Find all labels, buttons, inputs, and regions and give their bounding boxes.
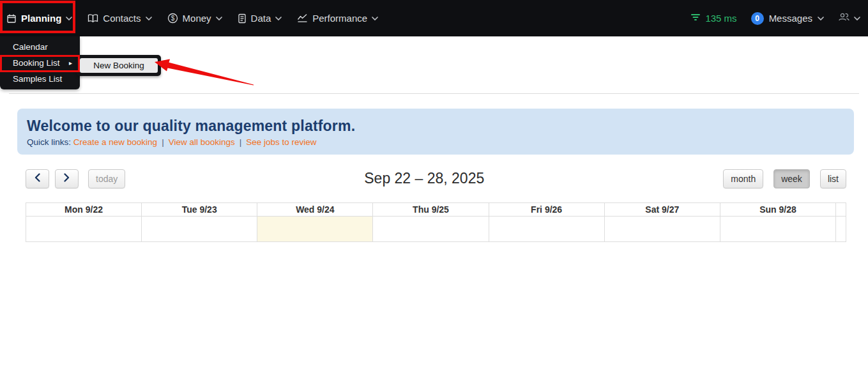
dollar-circle-icon: $ (167, 13, 178, 24)
nav-item-label: Data (251, 13, 271, 24)
day-cell[interactable] (489, 216, 604, 241)
top-navigation-bar: Planning Contacts $ (0, 0, 868, 36)
welcome-banner: Welcome to our quality management platfo… (17, 109, 854, 155)
day-header-row: Mon 9/22 Tue 9/23 Wed 9/24 Thu 9/25 Fri … (26, 202, 846, 216)
view-button-list[interactable]: list (820, 169, 846, 188)
link-separator: | (240, 137, 242, 147)
day-cell[interactable] (720, 216, 835, 241)
day-cell[interactable] (26, 216, 142, 241)
menu-item-new-booking[interactable]: New Booking (80, 58, 158, 73)
menu-item-booking-list[interactable]: Booking List ▸ (0, 55, 80, 71)
banner-title: Welcome to our quality management platfo… (27, 117, 844, 135)
signal-icon (690, 13, 701, 24)
chevron-down-icon (66, 17, 72, 20)
next-button[interactable] (55, 169, 79, 188)
day-header: Thu 9/25 (373, 202, 489, 216)
scroll-gutter (836, 216, 846, 241)
nav-item-label: Performance (312, 13, 367, 24)
day-cell[interactable] (604, 216, 720, 241)
day-header: Sun 9/28 (720, 202, 835, 216)
today-button[interactable]: today (88, 169, 125, 188)
link-view-bookings[interactable]: View all bookings (169, 137, 235, 147)
quick-links: Quick links: Create a new booking|View a… (27, 137, 844, 147)
latency-indicator: 135 ms (690, 13, 736, 24)
link-jobs-review[interactable]: See jobs to review (246, 137, 316, 147)
account-menu[interactable] (838, 12, 860, 24)
chevron-left-icon (34, 173, 40, 184)
chevron-down-icon (854, 17, 860, 20)
prev-button[interactable] (26, 169, 49, 188)
all-day-row (26, 216, 846, 241)
calendar-nav-buttons: today (26, 169, 125, 188)
link-create-booking[interactable]: Create a new booking (73, 137, 157, 147)
svg-text:$: $ (171, 15, 174, 22)
calendar-title: Sep 22 – 28, 2025 (125, 170, 723, 187)
users-icon (838, 12, 850, 24)
day-cell[interactable] (142, 216, 257, 241)
book-icon (88, 13, 98, 23)
content-divider (9, 93, 859, 94)
calendar-view-buttons: month week list (723, 169, 846, 188)
submenu-caret-icon: ▸ (69, 60, 72, 66)
nav-item-data[interactable]: Data (230, 0, 290, 36)
document-icon (238, 13, 247, 24)
view-button-week[interactable]: week (773, 169, 810, 188)
menu-item-samples-list[interactable]: Samples List (0, 71, 80, 87)
view-button-month[interactable]: month (723, 169, 763, 188)
link-separator: | (162, 137, 164, 147)
calendar-week-grid: Mon 9/22 Tue 9/23 Wed 9/24 Thu 9/25 Fri … (26, 202, 846, 242)
day-header: Tue 9/23 (142, 202, 257, 216)
line-chart-icon (297, 13, 308, 23)
nav-item-contacts[interactable]: Contacts (80, 0, 159, 36)
chevron-right-icon (64, 173, 70, 184)
planning-dropdown-menu: Calendar Booking List ▸ Samples List (0, 36, 80, 89)
nav-status-group: 135 ms 0 Messages (690, 0, 868, 36)
day-cell[interactable] (257, 216, 373, 241)
nav-menu-group: Planning Contacts $ (0, 0, 386, 36)
menu-item-calendar[interactable]: Calendar (0, 39, 80, 55)
day-header: Mon 9/22 (26, 202, 142, 216)
menu-item-label: Samples List (13, 74, 62, 84)
day-header: Wed 9/24 (257, 202, 373, 216)
chevron-down-icon (818, 17, 824, 20)
chevron-down-icon (216, 17, 222, 20)
day-header: Fri 9/26 (489, 202, 604, 216)
latency-value: 135 ms (705, 13, 736, 24)
chevron-down-icon (372, 17, 378, 20)
messages-menu[interactable]: 0 Messages (751, 12, 824, 25)
messages-label: Messages (769, 13, 812, 24)
nav-item-label: Contacts (103, 13, 141, 24)
day-header: Sat 9/27 (604, 202, 720, 216)
menu-item-label: Booking List (13, 58, 60, 68)
day-cell[interactable] (373, 216, 489, 241)
scroll-gutter (836, 202, 846, 216)
menu-item-label: Calendar (13, 42, 48, 52)
chevron-down-icon (146, 17, 152, 20)
quick-links-label: Quick links: (27, 137, 71, 147)
calendar-icon (6, 13, 17, 24)
nav-item-money[interactable]: $ Money (160, 0, 230, 36)
nav-item-planning[interactable]: Planning (0, 0, 80, 36)
booking-list-submenu: New Booking (77, 55, 161, 76)
nav-item-label: Planning (21, 13, 61, 24)
calendar-toolbar: today Sep 22 – 28, 2025 month week list (26, 169, 846, 188)
messages-count-badge: 0 (751, 12, 764, 25)
nav-item-performance[interactable]: Performance (289, 0, 386, 36)
chevron-down-icon (275, 17, 282, 20)
nav-item-label: Money (183, 13, 211, 24)
